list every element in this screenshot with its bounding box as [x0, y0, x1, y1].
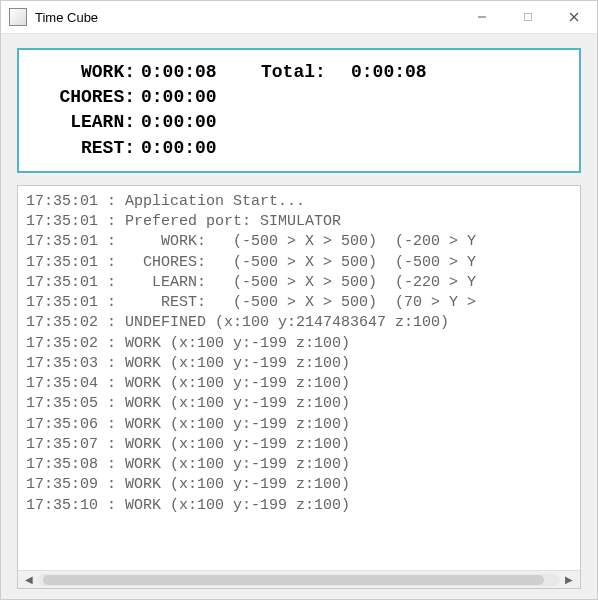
log-line: 17:35:02 : WORK (x:100 y:-199 z:100)	[26, 334, 572, 354]
log-line: 17:35:10 : WORK (x:100 y:-199 z:100)	[26, 496, 572, 516]
log-line: 17:35:01 : LEARN: (-500 > X > 500) (-220…	[26, 273, 572, 293]
summary-row-rest: REST: 0:00:00	[35, 136, 563, 161]
log-line: 17:35:05 : WORK (x:100 y:-199 z:100)	[26, 394, 572, 414]
log-line: 17:35:09 : WORK (x:100 y:-199 z:100)	[26, 475, 572, 495]
log-content[interactable]: 17:35:01 : Application Start...17:35:01 …	[18, 186, 580, 570]
log-line: 17:35:01 : WORK: (-500 > X > 500) (-200 …	[26, 232, 572, 252]
log-panel: 17:35:01 : Application Start...17:35:01 …	[17, 185, 581, 589]
summary-row-chores: CHORES: 0:00:00	[35, 85, 563, 110]
close-icon	[569, 12, 579, 22]
scroll-right-arrow-icon[interactable]: ▶	[562, 573, 576, 587]
svg-rect-1	[525, 14, 532, 21]
horizontal-scrollbar[interactable]: ◀ ▶	[18, 570, 580, 588]
close-button[interactable]	[551, 1, 597, 33]
client-area: WORK: 0:00:08 Total: 0:00:08 CHORES: 0:0…	[1, 34, 597, 599]
window-title: Time Cube	[35, 10, 98, 25]
minimize-icon	[477, 12, 487, 22]
log-line: 17:35:08 : WORK (x:100 y:-199 z:100)	[26, 455, 572, 475]
summary-label-rest: REST:	[35, 136, 141, 161]
summary-time-rest: 0:00:00	[141, 136, 261, 161]
summary-time-learn: 0:00:00	[141, 110, 261, 135]
scroll-left-arrow-icon[interactable]: ◀	[22, 573, 36, 587]
app-icon	[9, 8, 27, 26]
summary-label-chores: CHORES:	[35, 85, 141, 110]
maximize-button[interactable]	[505, 1, 551, 33]
log-line: 17:35:01 : CHORES: (-500 > X > 500) (-50…	[26, 253, 572, 273]
log-line: 17:35:04 : WORK (x:100 y:-199 z:100)	[26, 374, 572, 394]
summary-time-work: 0:00:08	[141, 60, 261, 85]
summary-total-time: 0:00:08	[351, 60, 427, 85]
scroll-thumb[interactable]	[43, 575, 544, 585]
summary-label-learn: LEARN:	[35, 110, 141, 135]
summary-row-work: WORK: 0:00:08 Total: 0:00:08	[35, 60, 563, 85]
log-line: 17:35:01 : Prefered port: SIMULATOR	[26, 212, 572, 232]
summary-panel: WORK: 0:00:08 Total: 0:00:08 CHORES: 0:0…	[17, 48, 581, 173]
scroll-track[interactable]	[38, 574, 560, 586]
log-line: 17:35:07 : WORK (x:100 y:-199 z:100)	[26, 435, 572, 455]
log-line: 17:35:03 : WORK (x:100 y:-199 z:100)	[26, 354, 572, 374]
log-line: 17:35:06 : WORK (x:100 y:-199 z:100)	[26, 415, 572, 435]
log-line: 17:35:01 : Application Start...	[26, 192, 572, 212]
titlebar: Time Cube	[1, 1, 597, 34]
summary-label-work: WORK:	[35, 60, 141, 85]
summary-time-chores: 0:00:00	[141, 85, 261, 110]
summary-row-learn: LEARN: 0:00:00	[35, 110, 563, 135]
log-line: 17:35:02 : UNDEFINED (x:100 y:2147483647…	[26, 313, 572, 333]
log-line: 17:35:01 : REST: (-500 > X > 500) (70 > …	[26, 293, 572, 313]
minimize-button[interactable]	[459, 1, 505, 33]
summary-total-label: Total:	[261, 60, 351, 85]
window: Time Cube WORK: 0:00:08 Total: 0:00:08 C…	[0, 0, 598, 600]
maximize-icon	[523, 12, 533, 22]
